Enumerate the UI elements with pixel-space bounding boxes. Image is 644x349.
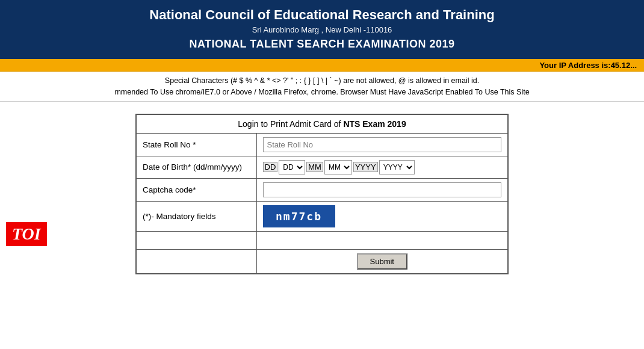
empty-cell-1 — [136, 231, 256, 249]
state-roll-label: State Roll No * — [136, 133, 256, 156]
notice-bar: Special Characters (# $ % ^ & * <> ?' " … — [0, 72, 644, 102]
date-row: DD DD MM MM YYYY YYYY — [263, 160, 502, 174]
state-roll-row: State Roll No * — [136, 133, 508, 156]
state-roll-input-cell — [256, 133, 508, 156]
captcha-image: nm77cb — [263, 205, 335, 227]
form-title-row: Login to Print Admit Card of NTS Exam 20… — [136, 114, 508, 134]
mandatory-captcha-row: (*)- Mandatory fields nm77cb — [136, 201, 508, 231]
mandatory-label: (*)- Mandatory fields — [136, 201, 256, 231]
dob-label: Date of Birth* (dd/mm/yyyy) — [136, 156, 256, 178]
dob-input-cell: DD DD MM MM YYYY YYYY — [256, 156, 508, 178]
dd-label: DD — [263, 162, 278, 172]
submit-button[interactable]: Submit — [357, 253, 407, 270]
login-form-table: Login to Print Admit Card of NTS Exam 20… — [135, 114, 509, 274]
empty-row-1 — [136, 231, 508, 249]
submit-row: Submit — [136, 249, 508, 274]
submit-button-cell: Submit — [256, 249, 508, 274]
header: National Council of Educational Research… — [0, 0, 644, 59]
captcha-image-cell: nm77cb — [256, 201, 508, 231]
header-subtitle: Sri Aurobindo Marg , New Delhi -110016 — [12, 25, 632, 34]
toi-logo: TOI — [6, 222, 47, 246]
ip-address-label: Your IP Address is:45.12... — [539, 61, 637, 70]
notice-line2: mmended To Use chrome/IE7.0 or Above / M… — [6, 87, 638, 98]
captcha-input-cell — [256, 178, 508, 201]
yyyy-select[interactable]: YYYY — [379, 160, 415, 174]
header-exam-title: NATIONAL TALENT SEARCH EXAMINATION 2019 — [12, 38, 632, 51]
captcha-input[interactable] — [263, 182, 502, 197]
submit-label-cell — [136, 249, 256, 274]
yyyy-label: YYYY — [353, 162, 378, 172]
dd-select[interactable]: DD — [279, 160, 305, 174]
form-title-bold: NTS Exam 2019 — [343, 119, 406, 129]
mm-select[interactable]: MM — [324, 160, 352, 174]
captcha-label: Captcha code* — [136, 178, 256, 201]
dob-row: Date of Birth* (dd/mm/yyyy) DD DD MM MM … — [136, 156, 508, 178]
form-title-cell: Login to Print Admit Card of NTS Exam 20… — [136, 114, 508, 134]
captcha-row: Captcha code* — [136, 178, 508, 201]
form-title-text: Login to Print Admit Card of — [238, 119, 343, 129]
form-container: Login to Print Admit Card of NTS Exam 20… — [135, 114, 509, 274]
empty-cell-2 — [256, 231, 508, 249]
main-content: TOI Login to Print Admit Card of NTS Exa… — [0, 102, 644, 280]
captcha-container: nm77cb — [263, 205, 502, 227]
notice-line1: Special Characters (# $ % ^ & * <> ?' " … — [6, 75, 638, 87]
mm-label: MM — [306, 162, 323, 172]
state-roll-input[interactable] — [263, 137, 502, 152]
ip-bar: Your IP Address is:45.12... — [0, 59, 644, 72]
header-title: National Council of Educational Research… — [12, 7, 632, 23]
